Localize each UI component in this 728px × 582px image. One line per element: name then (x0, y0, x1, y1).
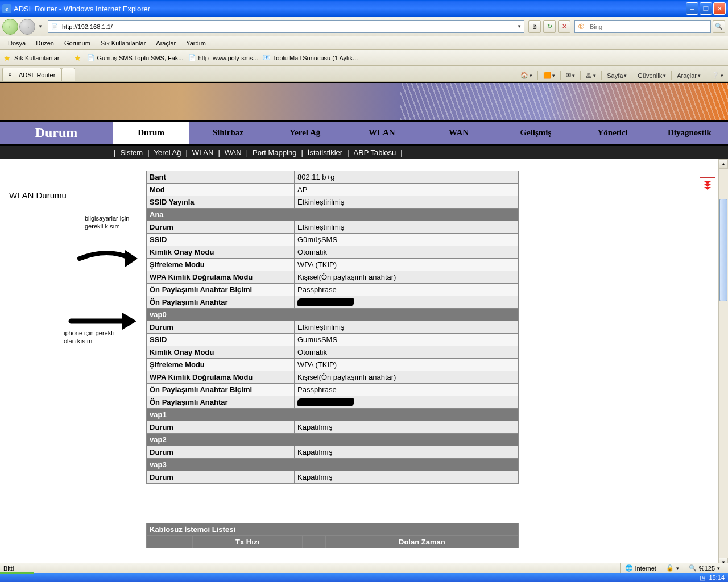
wlan-status-table: Bant802.11 b+gModAPSSID YayınlaEtkinleşt… (146, 171, 519, 484)
zoom-control[interactable]: 🔍 %125 ▾ (684, 563, 725, 573)
menu-tools[interactable]: Araçlar (151, 38, 180, 48)
annotation-bilgisayarlar: bilgisayarlar için gerekli kısım (82, 213, 131, 232)
row-label: Durum (147, 421, 295, 434)
section-header: vap1 (147, 409, 519, 421)
table-row: SSIDGümüşSMS (147, 234, 519, 246)
feeds-button[interactable]: 🟧 ▾ (541, 70, 557, 80)
nav-yonetici[interactable]: Yönetici (574, 122, 651, 144)
safety-menu[interactable]: Güvenlik ▾ (635, 71, 668, 80)
row-value: Etkinleştirilmiş (295, 196, 519, 209)
subnav-sistem[interactable]: Sistem (118, 148, 145, 157)
router-mainnav: Durum Durum Sihirbaz Yerel Ağ WLAN WAN G… (0, 122, 728, 146)
address-dropdown[interactable]: ▼ (515, 24, 524, 29)
nav-yerel-ag[interactable]: Yerel Ağ (267, 122, 344, 144)
subnav-yerel-ag[interactable]: Yerel Ağ (152, 148, 184, 157)
row-value: Kişisel(Ön paylaşımlı anahtar) (295, 371, 519, 384)
nav-wan[interactable]: WAN (420, 122, 497, 144)
scroll-down-button[interactable] (700, 177, 715, 193)
table-row: DurumKapatılmış (147, 471, 519, 484)
row-value: Passphrase (295, 284, 519, 296)
fav-link-1[interactable]: 📄http--www.poly-sms... (188, 54, 258, 61)
compat-view-button[interactable]: 🗎 (528, 20, 541, 33)
zone-indicator[interactable]: 🌐Internet (620, 563, 661, 573)
search-input[interactable] (588, 23, 710, 30)
nav-durum[interactable]: Durum (113, 122, 189, 144)
page-menu[interactable]: Sayfa ▾ (605, 71, 629, 80)
row-value: GumusSMS (295, 334, 519, 346)
router-banner (0, 82, 728, 122)
wireless-client-table: Kablosuz İstemci Listesi Tx Hızı Dolan Z… (146, 523, 519, 548)
client-col-4: Dolan Zaman (325, 536, 518, 548)
vertical-scrollbar[interactable]: ▲ ▼ (718, 159, 728, 567)
ie-status-bar: Bitti 🌐Internet 🔓▾ 🔍 %125 ▾ (0, 563, 728, 573)
forward-button[interactable]: → (19, 19, 35, 35)
subnav-wan[interactable]: WAN (222, 148, 244, 157)
row-label: Ön Paylaşımlı Anahtar Biçimi (147, 284, 295, 296)
row-label: Kimlik Onay Modu (147, 346, 295, 359)
command-bar: 🏠 ▾ 🟧 ▾ ✉ ▾ 🖶 ▾ Sayfa ▾ Güvenlik ▾ Araçl… (518, 70, 726, 81)
scroll-up-arrow[interactable]: ▲ (719, 159, 728, 169)
client-col-0 (147, 536, 169, 548)
clock[interactable]: 15:14 (709, 574, 725, 581)
row-label: SSID Yayınla (147, 196, 295, 209)
subnav-arp-tablosu[interactable]: ARP Tablosu (351, 148, 399, 157)
search-go-button[interactable]: 🔍 (713, 20, 725, 33)
nav-gelismis[interactable]: Gelişmiş (497, 122, 574, 144)
tab-bar: e ADSL Router 🏠 ▾ 🟧 ▾ ✉ ▾ 🖶 ▾ Sayfa ▾ Gü… (0, 66, 728, 82)
menu-view[interactable]: Görünüm (60, 38, 95, 48)
back-button[interactable]: ← (2, 19, 18, 35)
status-text: Bitti (3, 565, 14, 572)
stop-button[interactable]: ✕ (558, 20, 570, 33)
favorites-button[interactable]: ★Sık Kullanılanlar (3, 53, 60, 63)
menu-edit[interactable]: Düzen (31, 38, 59, 48)
new-tab-button[interactable] (61, 68, 75, 81)
refresh-button[interactable]: ↻ (543, 20, 556, 33)
arrow-icon (68, 307, 142, 335)
mail-button[interactable]: ✉ ▾ (564, 70, 577, 80)
row-value: Kişisel(Ön paylaşımlı anahtar) (295, 271, 519, 284)
row-value: Otomatik (295, 346, 519, 359)
print-button[interactable]: 🖶 ▾ (584, 71, 598, 80)
search-bar[interactable]: ⓑ (574, 20, 711, 33)
nav-diyagnostik[interactable]: Diyagnostik (651, 122, 728, 144)
address-input[interactable] (61, 23, 515, 30)
add-favorite-button[interactable]: ★ (74, 53, 82, 63)
section-header: Ana (147, 209, 519, 221)
minimize-button[interactable]: – (686, 2, 698, 15)
menu-favorites[interactable]: Sık Kullanılanlar (96, 38, 151, 48)
router-subnav: | Sistem | Yerel Ağ | WLAN | WAN | Port … (0, 146, 728, 159)
table-row: vap2 (147, 434, 519, 446)
table-row: Kimlik Onay ModuOtomatik (147, 346, 519, 359)
subnav-port-mapping[interactable]: Port Mapping (250, 148, 299, 157)
scroll-thumb[interactable] (719, 199, 727, 301)
close-button[interactable]: ✕ (713, 2, 726, 15)
fav-link-0[interactable]: 📄Gümüş SMS Toplu SMS, Fak... (87, 54, 184, 61)
row-label: Şifreleme Modu (147, 259, 295, 271)
menu-help[interactable]: Yardım (181, 38, 210, 48)
address-bar[interactable]: 📄 ▼ (48, 20, 524, 33)
table-row: Ön Paylaşımlı Anahtar BiçimiPassphrase (147, 384, 519, 396)
table-row: vap0 (147, 309, 519, 321)
nav-wlan[interactable]: WLAN (344, 122, 420, 144)
fav-link-2[interactable]: 📧Toplu Mail Sunucusu (1 Aylık... (263, 54, 358, 61)
home-button[interactable]: 🏠 ▾ (518, 70, 535, 80)
maximize-button[interactable]: ❐ (700, 2, 712, 15)
table-row: DurumEtkinleştirilmiş (147, 321, 519, 334)
row-label: Durum (147, 446, 295, 459)
table-row: WPA Kimlik Doğrulama ModuKişisel(Ön payl… (147, 271, 519, 284)
table-row: Şifreleme ModuWPA (TKIP) (147, 259, 519, 271)
menu-file[interactable]: Dosya (3, 38, 30, 48)
nav-history-dropdown[interactable]: ▼ (36, 24, 44, 29)
star-icon: ★ (3, 53, 11, 63)
protected-mode-indicator[interactable]: 🔓▾ (661, 563, 684, 573)
browser-tab-active[interactable]: e ADSL Router (2, 68, 61, 81)
nav-sihirbaz[interactable]: Sihirbaz (189, 122, 266, 144)
row-label: Bant (147, 171, 295, 184)
subnav-wlan[interactable]: WLAN (190, 148, 216, 157)
subnav-istatistikler[interactable]: İstatistikler (305, 148, 345, 157)
tray-icon[interactable]: ◳ (700, 574, 705, 581)
table-row: Şifreleme ModuWPA (TKIP) (147, 359, 519, 371)
table-row: DurumKapatılmış (147, 421, 519, 434)
help-button[interactable]: ❔▾ (709, 70, 726, 80)
tools-menu[interactable]: Araçlar ▾ (675, 71, 703, 80)
